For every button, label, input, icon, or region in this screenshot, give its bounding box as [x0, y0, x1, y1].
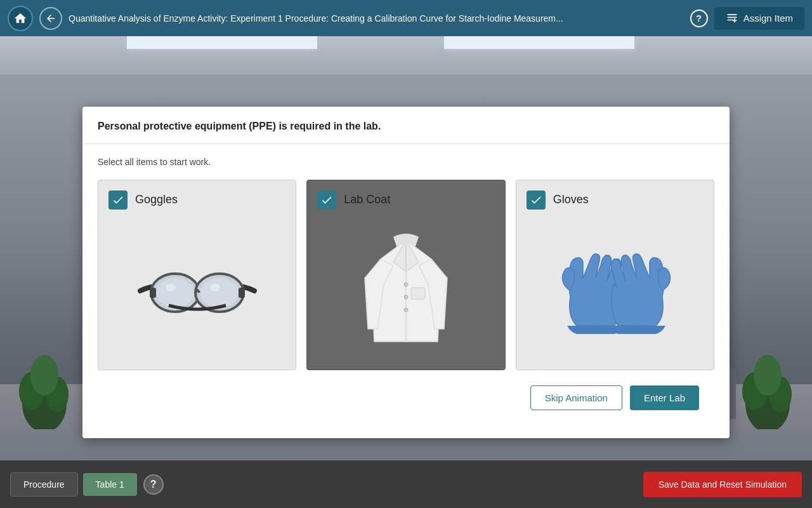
- back-button[interactable]: [39, 7, 62, 30]
- save-reset-button[interactable]: Save Data and Reset Simulation: [643, 472, 802, 497]
- skip-animation-button[interactable]: Skip Animation: [530, 385, 622, 410]
- modal-subtitle: Select all items to start work.: [98, 157, 714, 167]
- ppe-modal: Personal protective equipment (PPE) is r…: [82, 107, 730, 438]
- help-button[interactable]: ?: [690, 10, 708, 27]
- svg-point-16: [156, 278, 194, 307]
- svg-rect-21: [150, 288, 156, 298]
- svg-point-19: [200, 278, 239, 307]
- ppe-items-container: Goggles: [98, 180, 714, 370]
- svg-rect-11: [727, 17, 737, 18]
- gloves-image: [527, 222, 704, 359]
- svg-point-23: [404, 283, 408, 286]
- svg-rect-10: [727, 14, 737, 15]
- labcoat-label: Lab Coat: [344, 193, 390, 206]
- bottom-help-button[interactable]: ?: [143, 474, 164, 495]
- ppe-card-goggles-header: Goggles: [108, 190, 285, 210]
- assign-item-label: Assign Item: [743, 13, 793, 23]
- table1-tab[interactable]: Table 1: [83, 473, 137, 496]
- labcoat-image: [317, 222, 494, 359]
- modal-overlay: Personal protective equipment (PPE) is r…: [0, 36, 812, 508]
- labcoat-checkbox[interactable]: [317, 190, 336, 210]
- modal-body: Select all items to start work. Goggles: [82, 144, 730, 438]
- gloves-checkbox[interactable]: [527, 190, 546, 210]
- svg-rect-22: [239, 288, 245, 298]
- modal-footer: Skip Animation Enter Lab: [98, 385, 714, 423]
- goggles-image: [108, 222, 285, 359]
- navbar: Quantitative Analysis of Enzyme Activity…: [0, 0, 812, 36]
- svg-point-25: [404, 308, 408, 312]
- svg-point-17: [166, 284, 176, 291]
- ppe-card-labcoat[interactable]: Lab Coat: [306, 180, 505, 370]
- svg-point-24: [404, 295, 408, 299]
- modal-header-text: Personal protective equipment (PPE) is r…: [98, 121, 381, 131]
- ppe-card-gloves-header: Gloves: [527, 190, 704, 210]
- assign-item-button[interactable]: Assign Item: [714, 7, 804, 30]
- goggles-checkbox[interactable]: [108, 190, 128, 210]
- svg-point-20: [210, 284, 220, 291]
- page-title: Quantitative Analysis of Enzyme Activity…: [69, 13, 684, 23]
- ppe-card-goggles[interactable]: Goggles: [98, 180, 296, 370]
- ppe-card-labcoat-header: Lab Coat: [317, 190, 494, 210]
- svg-rect-26: [411, 288, 425, 299]
- procedure-tab[interactable]: Procedure: [10, 472, 78, 497]
- enter-lab-button[interactable]: Enter Lab: [630, 385, 699, 410]
- goggles-label: Goggles: [135, 193, 178, 206]
- svg-rect-14: [732, 20, 737, 21]
- modal-header: Personal protective equipment (PPE) is r…: [82, 107, 730, 144]
- ppe-card-gloves[interactable]: Gloves: [516, 180, 714, 370]
- gloves-label: Gloves: [553, 193, 589, 206]
- home-button[interactable]: [8, 6, 33, 31]
- bottom-bar: Procedure Table 1 ? Save Data and Reset …: [0, 460, 812, 508]
